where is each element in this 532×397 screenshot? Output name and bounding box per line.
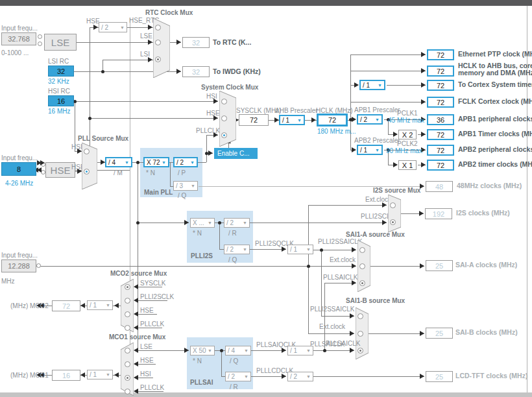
wire (138, 364, 156, 365)
arrowhead (382, 202, 387, 208)
i2s-clocks-value[interactable]: 192 (425, 208, 452, 219)
pll-m-divider-dropdown[interactable]: / 4▼ (105, 157, 132, 167)
mco1-mux-title: MCO1 source Mux (109, 333, 165, 341)
mco2-value[interactable]: 72 (52, 300, 80, 311)
iwdg-clock-value[interactable]: 32 (182, 66, 210, 77)
mco2-radio-sysclk[interactable] (125, 284, 130, 290)
i2s-mux-radio-plli2sclk[interactable] (390, 219, 396, 225)
arrowhead (354, 82, 359, 88)
apb2-prescaler-dropdown[interactable]: / 1▼ (357, 145, 383, 155)
pin-connector[interactable] (41, 170, 45, 174)
apb2-peripheral-value[interactable]: 72 (427, 145, 454, 156)
rtc-hse-label: HSE (86, 18, 100, 25)
mco2-divider-dropdown[interactable]: / 1▼ (87, 300, 113, 310)
rtc-clock-value[interactable]: 32 (182, 37, 210, 48)
arrowhead (93, 25, 98, 30)
arrowhead (134, 325, 138, 330)
mco2-hse-label: HSE (140, 307, 154, 314)
pll-n-multiplier-dropdown[interactable]: X 72▼ (143, 157, 169, 167)
lse-input-freq-field[interactable]: 32.768 (1, 32, 36, 45)
pllmux-radio-hsi[interactable] (84, 149, 90, 154)
enable-css-button[interactable]: Enable C... (214, 148, 258, 159)
cortex-timer-value[interactable]: 72 (427, 80, 454, 91)
lcd-divider-dropdown[interactable]: / 2▼ (287, 372, 313, 381)
plli2sq-divider-dropdown[interactable]: / 1▼ (287, 245, 313, 254)
i2s-source-mux (388, 195, 401, 232)
rtc-mux-radio-lsi[interactable] (155, 56, 161, 62)
apb1-peripheral-value[interactable]: 36 (427, 114, 454, 125)
sai1b-radio-pllsaiclk[interactable] (357, 348, 363, 354)
arrowhead (80, 372, 85, 378)
pllsai-q-divider-dropdown[interactable]: / 4▼ (225, 346, 251, 355)
pllmux-radio-hse[interactable] (84, 169, 90, 174)
hclk-value[interactable]: 72 (317, 114, 348, 126)
lsi-value-box[interactable]: 32 (48, 66, 74, 77)
plli2s-n-multiplier-dropdown[interactable]: X ...▼ (190, 218, 215, 228)
lse-input-range-label: 0-1000 ... (1, 49, 29, 56)
pin-connector[interactable] (38, 42, 42, 46)
arrowhead (208, 150, 213, 156)
pllsai-n-multiplier-dropdown[interactable]: X 50▼ (190, 346, 215, 355)
mco1-radio-hsi[interactable] (125, 375, 130, 381)
wire (250, 249, 286, 250)
hse-input-freq-field[interactable]: 8 (1, 162, 36, 176)
rtc-mux-radio-lse[interactable] (155, 40, 161, 45)
pin-connector[interactable] (36, 263, 41, 268)
sysmux-radio-hsi[interactable] (221, 99, 227, 104)
sai1a-radio-ext[interactable] (359, 263, 365, 269)
sysclk-value[interactable]: 72 (239, 114, 269, 126)
sai1a-radio-plli2ssaiclk[interactable] (359, 247, 365, 253)
mco1-divider-dropdown[interactable]: / 1▼ (87, 370, 113, 379)
rtc-lsi-label: LSI (140, 51, 150, 58)
fclk-value[interactable]: 72 (427, 97, 454, 108)
apb2-timer-value[interactable]: 72 (427, 160, 454, 171)
bottom-scrollbar-strip[interactable] (0, 392, 532, 397)
mco1-value[interactable]: 16 (52, 370, 80, 381)
mco2-radio-pllclk[interactable] (125, 325, 130, 331)
i2s-mux-title: I2S source Mux (373, 187, 420, 194)
lcd-clocks-value[interactable]: 25 (426, 371, 453, 382)
sysmux-radio-pllclk[interactable] (221, 132, 227, 138)
plli2s-r-divider-dropdown[interactable]: / 2▼ (224, 218, 250, 228)
plli2s-q-divider-dropdown[interactable]: / 2▼ (224, 245, 250, 254)
wire (369, 333, 424, 334)
mco1-radio-hse[interactable] (125, 361, 130, 367)
pin-connector[interactable] (38, 34, 42, 39)
wire (370, 266, 424, 267)
mco1-radio-lse[interactable] (125, 348, 130, 354)
apb1-timer-value[interactable]: 72 (427, 129, 454, 140)
eth-ptp-value[interactable]: 72 (427, 49, 454, 60)
saia-clocks-value[interactable]: 25 (426, 260, 453, 271)
pll-q-divider-dropdown[interactable]: / 3▼ (173, 181, 198, 191)
mco2-radio-hse[interactable] (125, 311, 130, 317)
mco2-radio-plli2sclk[interactable] (125, 298, 130, 304)
sysmux-radio-hse[interactable] (221, 115, 227, 121)
i2s-mux-radio-ext[interactable] (390, 202, 396, 208)
arrowhead (352, 117, 356, 122)
hsi-value-box[interactable]: 16 (48, 95, 74, 106)
pll-p-divider-dropdown[interactable]: / 2▼ (173, 157, 198, 167)
apb1-prescaler-dropdown[interactable]: / 2▼ (357, 114, 383, 125)
sai1b-radio-plli2ssaiclk[interactable] (357, 313, 363, 319)
ahb-prescaler-dropdown[interactable]: / 1▼ (279, 115, 305, 125)
apb2-timer-label: APB2 timer clocks (MHz) (458, 161, 532, 168)
chevron-down-icon: ▼ (244, 348, 248, 353)
pllsai-r-divider-dropdown[interactable]: / 2▼ (225, 372, 251, 381)
sai1b-radio-ext[interactable] (357, 331, 363, 337)
rtc-hse-divider-dropdown[interactable]: / 2▼ (99, 22, 127, 32)
rtc-mux-radio-hse-rtc[interactable] (155, 25, 161, 30)
wire (250, 223, 387, 223)
i2s-input-freq-field[interactable]: 12.288 (1, 259, 36, 272)
wire (138, 314, 157, 315)
apb1-prescaler-title: APB1 Prescaler (354, 106, 400, 114)
chevron-down-icon: ▼ (162, 160, 166, 165)
mco1-pin-label: (MHz) MCO1 (10, 372, 49, 379)
cortex-timer-divider-dropdown[interactable]: / 1▼ (359, 80, 385, 90)
mco1-radio-pllclk[interactable] (125, 389, 130, 394)
saib-clocks-value[interactable]: 25 (426, 328, 453, 339)
clk48-value[interactable]: 48 (426, 181, 453, 192)
sai1a-radio-pllsaiclk[interactable] (359, 280, 365, 286)
wire (138, 350, 153, 351)
pllsaiq-divider-dropdown[interactable]: / 1▼ (287, 346, 313, 355)
hclk-ahb-value[interactable]: 72 (427, 66, 454, 77)
